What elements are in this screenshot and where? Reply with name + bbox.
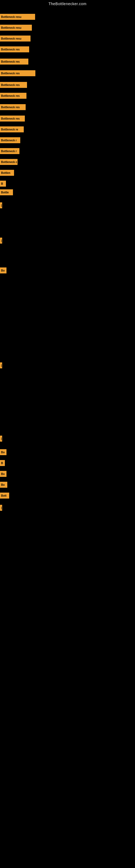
bar-label: Bo bbox=[0, 449, 6, 455]
bar-row: Bo bbox=[0, 471, 6, 477]
bar-row: Bottleneck res bbox=[0, 93, 27, 99]
bar-label: Bottleneck res bbox=[0, 70, 35, 76]
bar-row: Bottleneck re bbox=[0, 126, 24, 132]
bar-label: Bottleneck res bbox=[0, 46, 29, 52]
bar-label: Bottleneck res bbox=[0, 82, 27, 88]
bar-label: B bbox=[0, 181, 6, 187]
bar-row: | bbox=[0, 238, 2, 244]
bar-label: Bottlen bbox=[0, 170, 14, 176]
bar-label: Bottleneck r bbox=[0, 148, 19, 154]
bar-label: | bbox=[0, 436, 2, 442]
bar-row: | bbox=[0, 362, 2, 368]
bar-row: | bbox=[0, 436, 2, 442]
site-title: TheBottlenecker.com bbox=[0, 0, 135, 7]
bar-row: Bo bbox=[0, 482, 7, 488]
bar-label: Bottleneck res bbox=[0, 104, 26, 110]
bar-row: Bott bbox=[0, 493, 9, 499]
bar-row: Bottleneck res bbox=[0, 70, 35, 76]
bar-row: Bo bbox=[0, 268, 6, 273]
bar-label: Bottleneck res bbox=[0, 93, 27, 99]
bar-label: | bbox=[0, 505, 2, 511]
bar-label: Bott bbox=[0, 493, 9, 499]
bar-row: | bbox=[0, 505, 2, 511]
bar-row: Bottleneck resu bbox=[0, 14, 35, 20]
bar-row: Bottleneck r bbox=[0, 137, 20, 143]
bar-row: Bottle bbox=[0, 189, 13, 195]
bar-label: Bo bbox=[0, 482, 7, 488]
bar-label: Bottleneck resu bbox=[0, 25, 32, 31]
bar-row: Bottleneck r bbox=[0, 148, 19, 154]
bar-label: | bbox=[0, 362, 2, 368]
bar-label: Bo bbox=[0, 471, 6, 477]
bar-label: Bottleneck resu bbox=[0, 14, 35, 20]
bar-row: Bottleneck res bbox=[0, 116, 25, 122]
bar-row: | bbox=[0, 203, 2, 208]
bar-row: Bottleneck resu bbox=[0, 25, 32, 31]
bar-row: Bottleneck res bbox=[0, 82, 27, 88]
bar-label: Bottle bbox=[0, 189, 13, 195]
bar-label: Bottleneck resu bbox=[0, 35, 31, 41]
bar-row: B bbox=[0, 460, 5, 466]
bar-row: Bottleneck res bbox=[0, 104, 26, 110]
bar-label: Bottleneck res bbox=[0, 116, 25, 122]
bar-row: Bottleneck resu bbox=[0, 35, 31, 41]
bar-label: Bottleneck r bbox=[0, 137, 20, 143]
bar-label: B bbox=[0, 460, 5, 466]
bar-row: Bottleneck c bbox=[0, 159, 17, 165]
bar-row: Bottleneck res bbox=[0, 59, 28, 65]
bar-label: Bottleneck c bbox=[0, 159, 17, 165]
bar-row: B bbox=[0, 181, 6, 187]
bar-row: Bo bbox=[0, 449, 6, 455]
bar-label: | bbox=[0, 238, 2, 244]
bar-label: | bbox=[0, 203, 2, 208]
bar-row: Bottlen bbox=[0, 170, 14, 176]
bar-label: Bo bbox=[0, 268, 6, 273]
bar-label: Bottleneck re bbox=[0, 126, 24, 132]
bar-label: Bottleneck res bbox=[0, 59, 28, 65]
bar-row: Bottleneck res bbox=[0, 46, 29, 52]
